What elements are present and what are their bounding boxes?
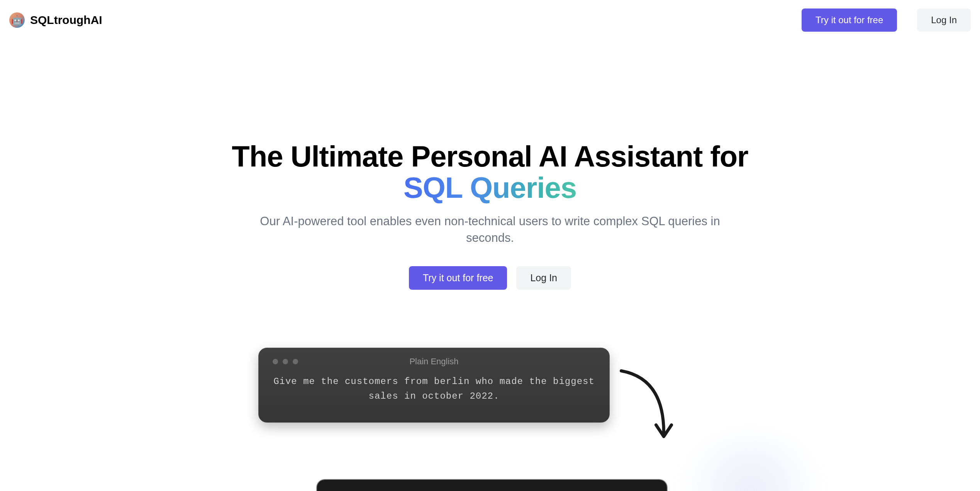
terminal-header: Plain English — [273, 359, 595, 364]
terminal-body-text: Give me the customers from berlin who ma… — [273, 374, 595, 404]
window-dot-icon — [273, 359, 278, 364]
window-dot-icon — [293, 359, 298, 364]
site-header: SQLtroughAI Try it out for free Log In — [0, 0, 980, 40]
hero-subtitle: Our AI-powered tool enables even non-tec… — [258, 213, 722, 246]
terminal-window-plain-english: Plain English Give me the customers from… — [258, 348, 610, 423]
background-blob — [664, 433, 838, 491]
logo-area[interactable]: SQLtroughAI — [9, 12, 102, 28]
hero-title: The Ultimate Personal AI Assistant for S… — [181, 141, 799, 204]
hero-try-free-button[interactable]: Try it out for free — [409, 266, 507, 290]
hero-actions: Try it out for free Log In — [181, 266, 799, 290]
terminal-window-sql-output — [316, 479, 668, 491]
hero-title-text: The Ultimate Personal AI Assistant for — [232, 140, 748, 173]
window-dot-icon — [283, 359, 288, 364]
header-actions: Try it out for free Log In — [802, 8, 971, 32]
hero-title-gradient: SQL Queries — [404, 172, 576, 203]
window-controls — [273, 359, 298, 364]
terminal-title: Plain English — [409, 357, 458, 367]
brand-name: SQLtroughAI — [30, 14, 102, 27]
hero-section: The Ultimate Personal AI Assistant for S… — [181, 40, 799, 348]
brand-logo-icon — [9, 12, 25, 28]
hero-login-button[interactable]: Log In — [516, 266, 571, 290]
login-button[interactable]: Log In — [917, 8, 971, 32]
try-free-button[interactable]: Try it out for free — [802, 8, 897, 32]
flow-arrow-icon — [617, 367, 683, 448]
